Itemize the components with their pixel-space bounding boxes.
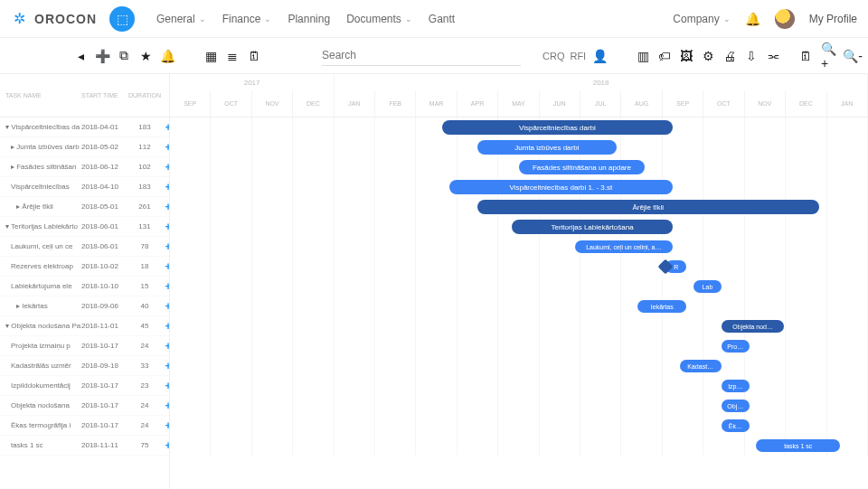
bell-icon[interactable]: 🔔 [159, 48, 175, 64]
add-task-button[interactable]: + [161, 201, 170, 213]
task-duration: 131 [128, 222, 161, 230]
brand[interactable]: ✲ OROCON ⬚ [11, 6, 135, 32]
add-task-button[interactable]: + [161, 419, 170, 432]
add-task-button[interactable]: + [161, 320, 170, 333]
task-name: Izpilddokumentācij [5, 381, 81, 390]
gantt-row: R [170, 257, 868, 277]
task-row[interactable]: Rezerves elektroap2018-10-0218+ [0, 257, 169, 277]
task-row[interactable]: Objekta nodošana2018-10-1724+ [0, 396, 169, 416]
gantt-bar[interactable]: Izp… [722, 380, 750, 392]
person-icon[interactable]: 👤 [591, 48, 608, 64]
add-task-button[interactable]: + [161, 280, 170, 293]
task-row[interactable]: Ēkas termogrāfija i2018-10-1724+ [0, 416, 169, 436]
add-task-button[interactable]: + [161, 360, 170, 372]
gantt-bar[interactable]: Ēk… [722, 419, 750, 432]
nav-finance[interactable]: Finance⌄ [222, 13, 272, 25]
download-icon[interactable]: ⇩ [743, 48, 760, 64]
gantt-bar[interactable]: Objekta nod… [722, 320, 784, 333]
task-row[interactable]: Laukumi, ceļi un ce2018-06-0178+ [0, 237, 169, 257]
task-header: TASK NAME START TIME DURATION [0, 74, 169, 118]
print-icon[interactable]: 🖨 [722, 48, 738, 64]
month-cell: MAY [498, 90, 539, 117]
tag-icon[interactable]: 🏷 [656, 48, 673, 64]
task-row[interactable]: ▸ Fasādes siltināšan2018-06-12102+ [0, 157, 169, 177]
chevron-down-icon: ⌄ [723, 14, 731, 24]
add-task-button[interactable]: + [161, 439, 170, 452]
nav-documents[interactable]: Documents⌄ [346, 13, 412, 25]
gantt-bar[interactable]: Obj… [722, 400, 750, 412]
task-row[interactable]: Kadastrālās uzmēr2018-09-1833+ [0, 356, 169, 376]
add-task-button[interactable]: + [161, 121, 170, 134]
task-row[interactable]: ▾ Vispārceltniecības da2018-04-01183+ [0, 118, 169, 137]
task-row[interactable]: tasks 1 sc2018-11-1175+ [0, 436, 169, 456]
task-row[interactable]: ▸ Jumta izbūves darb2018-05-02112+ [0, 137, 169, 157]
rfi-label[interactable]: RFI [570, 51, 586, 61]
add-task-button[interactable]: + [161, 340, 170, 353]
task-duration: 261 [128, 202, 161, 211]
columns-icon[interactable]: ▥ [635, 48, 651, 64]
gear-icon[interactable]: ⚙ [700, 48, 716, 64]
add-task-button[interactable]: + [161, 300, 170, 313]
gantt-bar[interactable]: Kadast… [680, 360, 722, 372]
avatar[interactable] [775, 9, 795, 29]
gantt-bar[interactable]: Teritorijas Labiekārtošana [512, 220, 673, 234]
task-duration: 15 [128, 282, 161, 290]
zoom-out-icon[interactable]: 🔍- [844, 48, 861, 64]
gantt-bar[interactable]: Fasādes siltināšana un apdare [519, 160, 645, 174]
copy-icon[interactable]: ⧉ [116, 48, 132, 64]
task-start: 2018-04-01 [81, 123, 128, 131]
add-task-button[interactable]: + [161, 141, 170, 154]
add-task-button[interactable]: + [161, 380, 170, 392]
gantt-bar[interactable]: Jumta izbūves darbi [477, 140, 617, 155]
add-task-button[interactable]: + [161, 161, 170, 174]
gantt-bar[interactable]: Ārējie tīkli [477, 200, 819, 214]
add-task-button[interactable]: + [161, 260, 170, 273]
task-row[interactable]: ▾ Teritorijas Labiekārto2018-06-01131+ [0, 217, 169, 237]
gantt-bar[interactable]: Iekārtas [637, 300, 686, 313]
task-name: ▸ Iekārtas [5, 302, 81, 310]
star-icon[interactable]: ★ [137, 48, 154, 64]
bell-icon[interactable]: 🔔 [745, 12, 760, 26]
calendar-icon[interactable]: 🗓 [246, 48, 262, 64]
gantt-bar[interactable]: Vispārceltniecības darbi [442, 120, 673, 135]
profile-link[interactable]: My Profile [809, 13, 857, 25]
task-row[interactable]: Projekta izmaiņu p2018-10-1724+ [0, 336, 169, 356]
gantt-bar[interactable]: Laukumi, ceļi un celiņi, a… [575, 240, 673, 253]
add-circle-icon[interactable]: ➕ [94, 48, 110, 64]
task-start: 2018-11-01 [81, 322, 128, 330]
nav-planning[interactable]: Planning [288, 13, 330, 25]
month-row: SEPOCTNOVDECJANFEBMARAPRMAYJUNJULAUGSEPO… [170, 90, 868, 117]
add-task-button[interactable]: + [161, 400, 170, 412]
crq-label[interactable]: CRQ [542, 51, 564, 61]
date-range-icon[interactable]: 🗓 [797, 48, 814, 64]
company-menu[interactable]: Company⌄ [673, 13, 730, 25]
share-icon[interactable]: ⫘ [765, 48, 781, 64]
image-icon[interactable]: 🖼 [678, 48, 694, 64]
task-row[interactable]: ▸ Ārējie tīkli2018-05-01261+ [0, 197, 169, 217]
gantt-bar[interactable]: Pro… [722, 340, 750, 353]
header-right: Company⌄ 🔔 My Profile [673, 9, 857, 29]
gantt-bar[interactable]: tasks 1 sc [756, 439, 840, 452]
task-row[interactable]: Vispārceltniecības2018-04-10183+ [0, 177, 169, 197]
add-task-button[interactable]: + [161, 240, 170, 253]
task-row[interactable]: ▸ Iekārtas2018-09-0640+ [0, 296, 169, 316]
task-name: ▾ Objekta nodošana Pa [5, 322, 81, 330]
list-view-icon[interactable]: ≣ [224, 48, 241, 64]
add-task-button[interactable]: + [161, 221, 170, 233]
nav-left-icon[interactable]: ◂ [72, 48, 89, 64]
task-start: 2018-05-01 [81, 202, 128, 211]
gantt-bar[interactable]: Vispārceltniecības darbi 1. - 3.st [449, 180, 673, 194]
zoom-in-icon[interactable]: 🔍+ [821, 48, 837, 64]
gantt-bar[interactable]: Lab [693, 280, 722, 293]
nav-gantt[interactable]: Gantt [429, 13, 455, 25]
nav-general[interactable]: General⌄ [156, 13, 206, 25]
grid-view-icon[interactable]: ▦ [203, 48, 219, 64]
task-row[interactable]: Labiekārtojuma ele2018-10-1015+ [0, 277, 169, 296]
search-input[interactable] [322, 45, 521, 66]
task-row[interactable]: Izpilddokumentācij2018-10-1723+ [0, 376, 169, 396]
task-name: Vispārceltniecības [5, 183, 81, 191]
add-task-button[interactable]: + [161, 181, 170, 193]
task-name: Objekta nodošana [5, 401, 81, 409]
task-row[interactable]: ▾ Objekta nodošana Pa2018-11-0145+ [0, 316, 169, 336]
task-duration: 24 [128, 342, 161, 350]
